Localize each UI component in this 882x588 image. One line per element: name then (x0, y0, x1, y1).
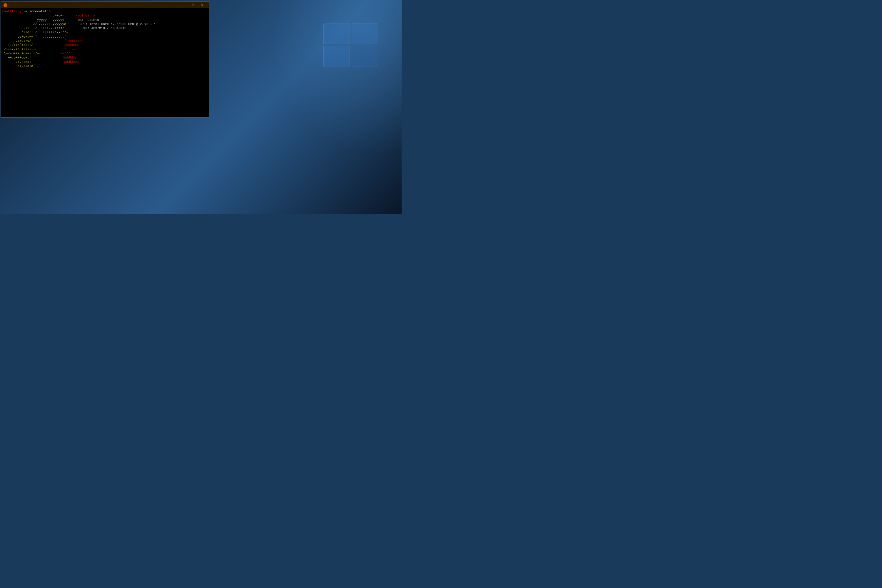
ubuntu-minimize-btn[interactable]: − (180, 2, 189, 8)
ubuntu-titlebar: ⬤ − □ ✕ (1, 2, 209, 8)
ubuntu-maximize-btn[interactable]: □ (189, 2, 198, 8)
win10-pane-br (352, 46, 378, 66)
win10-logo-decoration (323, 24, 378, 66)
ubuntu-terminal-content: root@terry:~# screenfetch ./+o+- root@te… (2, 9, 208, 68)
ubuntu-controls: − □ ✕ (180, 2, 207, 8)
ubuntu-close-btn[interactable]: ✕ (198, 2, 207, 8)
win10-pane-tr (352, 24, 378, 44)
win10-pane-bl (323, 46, 350, 66)
terminal-ubuntu[interactable]: ⬤ − □ ✕ root@terry:~# screenfetch ./+o+-… (1, 2, 209, 118)
win10-pane-tl (323, 24, 350, 44)
ubuntu-terminal-body[interactable]: root@terry:~# screenfetch ./+o+- root@te… (1, 8, 209, 117)
